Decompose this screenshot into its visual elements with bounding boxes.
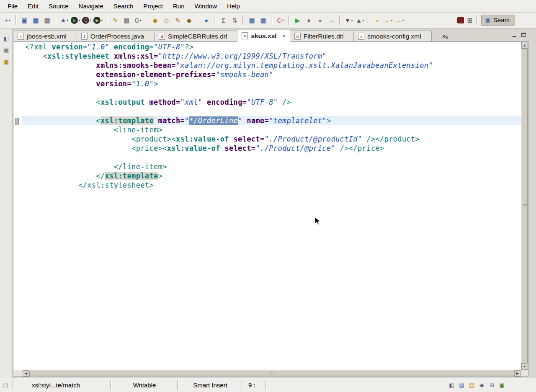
tab-jboss-esb.xml[interactable]: xjboss-esb.xml: [13, 31, 77, 41]
vertical-scrollbar-thumb[interactable]: [522, 49, 528, 363]
perspective-seam-button[interactable]: ▣ Seam: [481, 15, 515, 26]
code-line-5[interactable]: version="1.0">: [22, 79, 521, 88]
menu-source[interactable]: Source: [44, 1, 74, 11]
web-browser-button[interactable]: ●: [201, 15, 212, 26]
code-line-6[interactable]: [22, 88, 521, 98]
code-editor[interactable]: <?xml version="1.0" encoding="UTF-8"?> <…: [22, 42, 521, 370]
menu-window[interactable]: Window: [190, 1, 222, 11]
next-annotation-button[interactable]: ▼▾: [343, 15, 354, 26]
toolbar-separator: [242, 15, 244, 25]
minimize-button[interactable]: [510, 32, 518, 39]
table-view-button-2[interactable]: ▦: [258, 15, 269, 26]
code-line-4[interactable]: extension-element-prefixes="smooks-bean": [22, 70, 521, 79]
code-token: [25, 52, 43, 60]
deploy-icon: ◇: [164, 17, 169, 23]
close-icon[interactable]: ×: [282, 33, 286, 39]
stop-button[interactable]: ●: [314, 15, 326, 26]
new-wizard-button[interactable]: +▾: [2, 15, 13, 26]
menu-navigate[interactable]: Navigate: [74, 1, 108, 11]
new-web-service-button[interactable]: ✎: [110, 15, 121, 26]
sum-button[interactable]: Σ: [218, 15, 229, 26]
print-icon: ▤: [44, 17, 50, 23]
code-token: [25, 98, 96, 106]
fastview-icon-2[interactable]: ▦: [2, 46, 10, 54]
sum-icon: Σ: [222, 17, 225, 23]
new-table-button[interactable]: ▦: [121, 15, 132, 26]
tab-label: OrderProcess.java: [90, 33, 144, 40]
debug-button[interactable]: ★▾: [59, 15, 70, 26]
code-line-10[interactable]: <line-item>: [22, 125, 521, 134]
palette-button[interactable]: ✎: [172, 15, 183, 26]
external-tools-button[interactable]: ▶▾: [93, 15, 104, 26]
guvnor-button[interactable]: G▾: [132, 15, 144, 26]
red-toolbar-icon[interactable]: [457, 17, 464, 23]
statusbar-trim-icon[interactable]: ◳: [3, 381, 8, 388]
scroll-up-button[interactable]: ▲: [521, 42, 528, 49]
tab-overflow-indicator[interactable]: »6: [442, 33, 448, 40]
deploy-button[interactable]: ◇: [161, 15, 172, 26]
code-line-7[interactable]: <xsl:output method="xml" encoding="UTF-8…: [22, 98, 521, 107]
menu-project[interactable]: Project: [138, 1, 168, 11]
package-button[interactable]: ◆: [149, 15, 161, 26]
code-line-13[interactable]: [22, 153, 521, 162]
tab-smooks-config.xml[interactable]: xsmooks-config.xml: [353, 31, 431, 41]
prev-annotation-button[interactable]: ▲▾: [354, 15, 366, 26]
forward-button[interactable]: →▾: [394, 15, 405, 26]
horizontal-scrollbar[interactable]: ◀ ▶: [23, 370, 521, 377]
annotation-ruler[interactable]: [13, 42, 22, 370]
scroll-down-button[interactable]: ▼: [521, 363, 528, 370]
run-button[interactable]: ▶▾: [70, 15, 81, 26]
jar-icon: ◆: [187, 17, 192, 23]
code-line-3[interactable]: xmlns:smooks-bean="xalan://org.milyn.tem…: [22, 61, 521, 70]
resume-button[interactable]: ▶: [292, 15, 303, 26]
statusbar-icon-5[interactable]: ⊞: [488, 381, 496, 389]
record-button[interactable]: C▾: [275, 15, 286, 26]
save-button[interactable]: ▣: [19, 15, 30, 26]
code-line-12[interactable]: <price><xsl:value-of select="./Product/@…: [22, 144, 521, 153]
tab-skus.xsl[interactable]: sskus.xsl×: [237, 30, 290, 42]
jar-button[interactable]: ◆: [183, 15, 195, 26]
menu-run[interactable]: Run: [168, 1, 190, 11]
code-line-15[interactable]: </xsl:template>: [22, 171, 521, 181]
horizontal-scrollbar-thumb[interactable]: [29, 371, 514, 376]
fastview-icon-3[interactable]: ▣: [2, 58, 10, 66]
menu-help[interactable]: Help: [222, 1, 245, 11]
scroll-right-button[interactable]: ▶: [514, 370, 521, 377]
back-button[interactable]: ←▾: [383, 15, 394, 26]
statusbar-icon-3[interactable]: ▤: [468, 381, 476, 389]
sync-button[interactable]: ⇅: [229, 15, 240, 26]
menu-search[interactable]: Search: [108, 1, 139, 11]
save-all-button[interactable]: ▦: [30, 15, 41, 26]
code-line-2[interactable]: <xsl:stylesheet xmlns:xsl="http://www.w3…: [22, 52, 521, 61]
code-line-1[interactable]: <?xml version="1.0" encoding="UTF-8"?>: [22, 42, 521, 52]
code-token: ?>: [185, 43, 193, 51]
code-line-11[interactable]: <product><xsl:value-of select="./Product…: [22, 134, 521, 144]
menu-edit[interactable]: Edit: [23, 1, 44, 11]
fastview-icon-1[interactable]: ◧: [2, 34, 10, 43]
tab-OrderProcess.java[interactable]: JOrderProcess.java: [77, 31, 155, 41]
tab-SimpleCBRRules.drl[interactable]: dSimpleCBRRules.drl: [154, 31, 237, 41]
last-edit-location-button[interactable]: «: [371, 15, 383, 26]
code-line-9[interactable]: <xsl:template match="*/OrderLine" name="…: [22, 116, 521, 125]
code-line-8[interactable]: [22, 107, 521, 116]
statusbar-icon-6[interactable]: ▣: [498, 381, 506, 389]
scroll-left-button[interactable]: ◀: [23, 370, 29, 377]
print-button[interactable]: ▤: [41, 15, 53, 26]
table-view-button[interactable]: ▦: [246, 15, 258, 26]
code-line-16[interactable]: </xsl:stylesheet>: [22, 181, 521, 190]
tab-label: FilterRules.drl: [304, 33, 344, 40]
statusbar-icon-1[interactable]: ◧: [448, 381, 456, 389]
profile-button[interactable]: Q▾: [81, 15, 93, 26]
maximize-button[interactable]: [520, 32, 527, 39]
menu-file[interactable]: File: [3, 1, 23, 11]
code-token: [145, 98, 149, 106]
tab-FilterRules.drl[interactable]: dFilterRules.drl: [290, 31, 354, 41]
vertical-scrollbar[interactable]: ▲ ▼: [521, 42, 528, 370]
statusbar-icon-2[interactable]: ▨: [458, 381, 466, 389]
ant-button[interactable]: ♦: [303, 15, 314, 26]
code-line-14[interactable]: </line-item>: [22, 162, 521, 171]
step-button[interactable]: →: [326, 15, 337, 26]
resume-icon: ▶: [295, 17, 300, 23]
statusbar-icon-4[interactable]: ◆: [478, 381, 486, 389]
open-perspective-icon[interactable]: ⊞: [467, 16, 472, 24]
